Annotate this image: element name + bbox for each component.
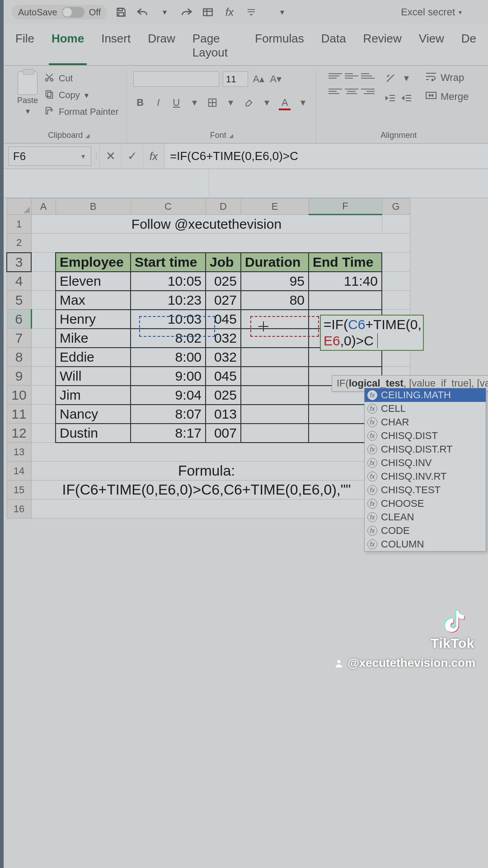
table-cell[interactable]: 8:00 xyxy=(131,348,206,367)
table-cell[interactable] xyxy=(241,367,309,386)
orientation-icon[interactable] xyxy=(384,71,397,85)
table-cell[interactable]: 11:40 xyxy=(309,272,382,291)
table-cell[interactable] xyxy=(241,348,309,367)
font-size-select[interactable] xyxy=(223,71,248,87)
ac-item[interactable]: fxCHISQ.INV xyxy=(365,456,486,470)
ac-item[interactable]: fxCLEAN xyxy=(365,510,486,524)
align-center-icon[interactable] xyxy=(345,87,358,96)
tab-page-layout[interactable]: Page Layout xyxy=(190,29,240,65)
table-cell[interactable]: 013 xyxy=(206,405,241,424)
copy-button[interactable]: Copy ▾ xyxy=(42,88,120,102)
tab-review[interactable]: Review xyxy=(361,29,404,65)
vertical-align-group[interactable] xyxy=(328,71,375,80)
table-cell[interactable]: 025 xyxy=(206,386,241,405)
fill-color-dropdown-icon[interactable]: ▾ xyxy=(260,96,273,109)
table-cell[interactable]: 045 xyxy=(206,367,241,386)
table-cell[interactable]: 95 xyxy=(241,272,309,291)
table-cell[interactable]: 10:05 xyxy=(131,272,206,291)
hdr-end[interactable]: End Time xyxy=(309,253,382,272)
font-family-select[interactable] xyxy=(133,71,219,87)
format-painter-button[interactable]: Format Painter xyxy=(42,105,120,119)
table-cell[interactable]: 8:02 xyxy=(131,329,206,348)
table-cell[interactable]: 8:17 xyxy=(131,424,206,443)
underline-dropdown-icon[interactable]: ▾ xyxy=(188,96,201,109)
qat-overflow-icon[interactable] xyxy=(244,5,259,20)
align-bottom-icon[interactable] xyxy=(361,71,375,80)
hdr-job[interactable]: Job xyxy=(206,253,241,272)
font-color-dropdown-icon[interactable]: ▾ xyxy=(296,96,310,109)
row-header[interactable]: 7 xyxy=(7,329,31,348)
table-cell[interactable]: Mike xyxy=(56,329,131,348)
orientation-dropdown-icon[interactable]: ▾ xyxy=(400,71,413,85)
ac-item[interactable]: fxCEILING.MATH xyxy=(365,388,486,402)
col-header-f[interactable]: F xyxy=(309,198,382,215)
hdr-duration[interactable]: Duration xyxy=(241,253,309,272)
row-header[interactable]: 11 xyxy=(7,405,31,424)
table-cell[interactable]: 027 xyxy=(206,291,241,310)
align-middle-icon[interactable] xyxy=(345,71,358,80)
col-header-g[interactable]: G xyxy=(382,198,410,215)
cell-editor[interactable]: =IF(C6+TIME(0, E6,0)>C xyxy=(320,315,424,351)
table-cell[interactable]: Nancy xyxy=(56,405,131,424)
table-cell[interactable]: 9:04 xyxy=(131,386,206,405)
row-header[interactable]: 14 xyxy=(7,462,31,481)
align-top-icon[interactable] xyxy=(328,71,342,80)
save-icon[interactable] xyxy=(113,5,129,20)
tab-draw[interactable]: Draw xyxy=(145,29,178,65)
underline-button[interactable]: U xyxy=(169,96,183,109)
formula-label-cell[interactable]: Formula: xyxy=(31,462,382,481)
horizontal-align-group[interactable] xyxy=(328,87,375,96)
function-autocomplete-list[interactable]: fxCEILING.MATH fxCELL fxCHAR fxCHISQ.DIS… xyxy=(364,388,486,552)
bold-button[interactable]: B xyxy=(133,96,147,109)
merge-button[interactable]: Merge xyxy=(425,90,469,103)
align-left-icon[interactable] xyxy=(328,87,342,96)
tab-file[interactable]: File xyxy=(13,29,37,65)
col-header-e[interactable]: E xyxy=(241,198,309,215)
name-box[interactable]: F6 ▼ xyxy=(8,146,91,166)
borders-dropdown-icon[interactable]: ▾ xyxy=(224,96,237,109)
row-header[interactable]: 1 xyxy=(7,215,31,234)
ac-item[interactable]: fxCOLUMN xyxy=(365,538,486,551)
workbook-name[interactable]: Excel secret xyxy=(401,6,462,18)
decrease-indent-icon[interactable] xyxy=(384,91,397,105)
table-quick-icon[interactable] xyxy=(200,5,216,20)
italic-button[interactable]: I xyxy=(151,96,165,109)
table-cell[interactable]: 045 xyxy=(206,310,241,329)
align-right-icon[interactable] xyxy=(361,87,375,96)
table-cell[interactable]: 025 xyxy=(206,272,241,291)
tab-formulas[interactable]: Formulas xyxy=(252,29,306,65)
cancel-formula-button[interactable]: ✕ xyxy=(99,144,121,169)
formula-text-cell[interactable]: IF(C6+TIME(0,E6,0)>C6,C6+TIME(0,E6,0),"" xyxy=(31,481,382,500)
paste-button[interactable]: Paste ▾ xyxy=(17,71,38,116)
clipboard-dialog-icon[interactable]: ◢ xyxy=(85,132,89,139)
row-header[interactable]: 13 xyxy=(7,443,31,462)
fx-quick-icon[interactable]: fx xyxy=(222,5,237,20)
table-cell[interactable]: 8:07 xyxy=(131,405,206,424)
increase-indent-icon[interactable] xyxy=(400,91,413,105)
table-cell[interactable] xyxy=(241,405,309,424)
title-cell[interactable]: Follow @xecutethevision xyxy=(31,215,382,234)
paste-dropdown-icon[interactable]: ▾ xyxy=(26,106,30,116)
ac-item[interactable]: fxCODE xyxy=(365,524,486,538)
formula-bar-input[interactable]: =IF(C6+TIME(0,E6,0)>C xyxy=(164,144,488,169)
ac-item[interactable]: fxCHAR xyxy=(365,415,486,429)
ac-item[interactable]: fxCELL xyxy=(365,402,486,415)
row-header[interactable]: 8 xyxy=(7,348,31,367)
row-header[interactable]: 16 xyxy=(7,500,31,519)
table-cell[interactable]: 10:03 xyxy=(131,310,206,329)
autosave-switch[interactable] xyxy=(62,7,84,18)
ac-item[interactable]: fxCHISQ.INV.RT xyxy=(365,470,486,483)
tab-developer[interactable]: De xyxy=(459,29,479,65)
table-cell[interactable] xyxy=(309,291,382,310)
table-cell[interactable]: 80 xyxy=(241,291,309,310)
font-dialog-icon[interactable]: ◢ xyxy=(229,132,233,139)
row-header[interactable]: 9 xyxy=(7,367,31,386)
table-cell[interactable] xyxy=(241,310,309,329)
table-cell[interactable] xyxy=(241,386,309,405)
table-cell[interactable]: 032 xyxy=(206,329,241,348)
col-header-c[interactable]: C xyxy=(131,198,206,215)
row-header[interactable]: 10 xyxy=(7,386,31,405)
hdr-employee[interactable]: Employee xyxy=(56,253,131,272)
table-cell[interactable]: Max xyxy=(56,291,131,310)
namebox-dropdown-icon[interactable]: ▼ xyxy=(80,153,86,160)
